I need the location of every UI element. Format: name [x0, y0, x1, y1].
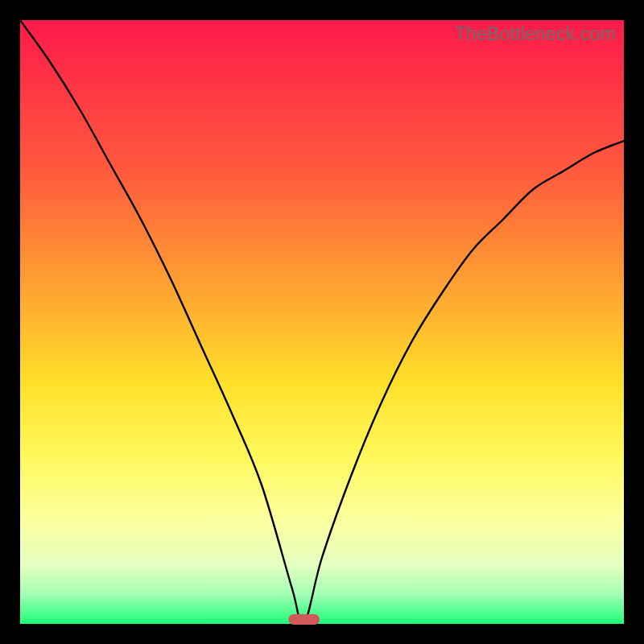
chart-frame: TheBottleneck.com: [20, 20, 624, 624]
bottleneck-curve: [20, 20, 624, 624]
optimum-marker: [288, 614, 320, 625]
curve-path: [20, 20, 624, 624]
